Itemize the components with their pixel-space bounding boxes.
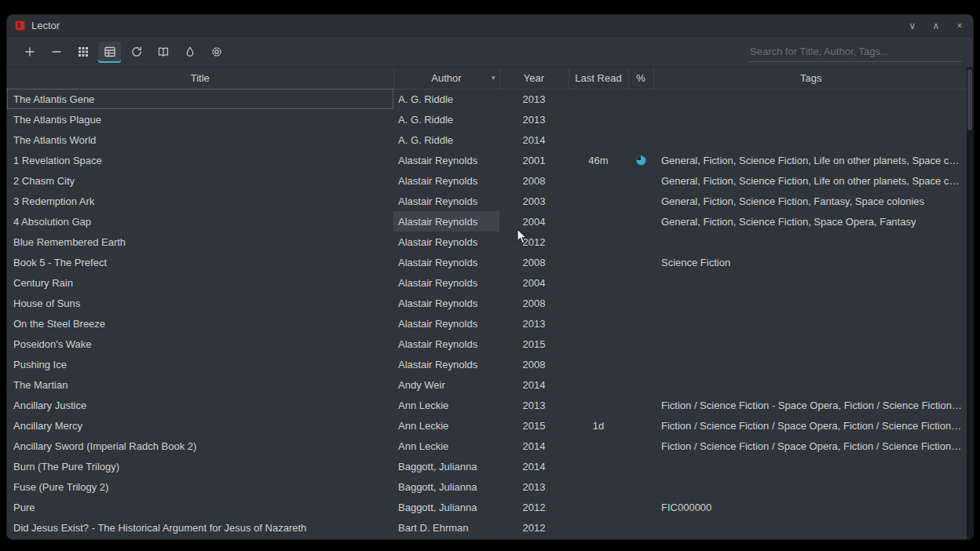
cell-author[interactable]: Alastair Reynolds — [393, 150, 499, 170]
column-header--[interactable]: % — [628, 68, 653, 89]
minimize-button[interactable]: ∨ — [907, 20, 918, 31]
cell-percent[interactable] — [628, 497, 653, 517]
book-row[interactable]: Ancillary JusticeAnn Leckie2013Fiction /… — [7, 395, 968, 415]
book-row[interactable]: The MartianAndy Weir2014 — [7, 374, 968, 395]
cell-author[interactable]: Alastair Reynolds — [393, 211, 499, 232]
cell-percent[interactable] — [628, 170, 653, 191]
cell-title[interactable]: House of Suns — [7, 293, 393, 313]
cell-tags[interactable] — [653, 456, 968, 476]
cell-last-read[interactable] — [569, 436, 628, 456]
cell-percent[interactable] — [628, 130, 653, 150]
cell-percent[interactable] — [628, 313, 653, 334]
cell-tags[interactable]: General, Fiction, Science Fiction, Space… — [653, 211, 968, 232]
cell-last-read[interactable] — [569, 211, 628, 232]
cell-tags[interactable] — [653, 334, 968, 354]
cell-title[interactable]: 1 Revelation Space — [7, 150, 393, 170]
titlebar[interactable]: Lector ∨∧× — [7, 15, 973, 37]
cell-year[interactable]: 2015 — [499, 334, 569, 354]
cell-last-read[interactable]: 1d — [569, 415, 628, 436]
table-view-button[interactable] — [98, 42, 121, 63]
cell-year[interactable]: 2013 — [499, 476, 569, 497]
delete-book-button[interactable] — [45, 42, 68, 63]
cell-tags[interactable] — [653, 374, 968, 395]
search-input[interactable] — [748, 42, 962, 62]
cell-year[interactable]: 2013 — [499, 313, 569, 334]
cell-author[interactable]: Alastair Reynolds — [393, 272, 499, 293]
cell-percent[interactable] — [628, 334, 653, 354]
cell-author[interactable]: Alastair Reynolds — [393, 313, 499, 334]
book-row[interactable]: Ancillary Sword (Imperial Radch Book 2)A… — [7, 436, 968, 456]
book-row[interactable]: The Atlantis WorldA. G. Riddle2014 — [7, 130, 968, 150]
cell-percent[interactable] — [628, 436, 653, 456]
column-header-last-read[interactable]: Last Read — [569, 68, 628, 89]
cell-year[interactable]: 2012 — [499, 497, 569, 517]
cell-author[interactable]: Alastair Reynolds — [393, 354, 499, 374]
add-book-button[interactable] — [18, 42, 41, 63]
cell-tags[interactable]: General, Fiction, Science Fiction, Life … — [653, 170, 968, 191]
cell-year[interactable]: 2004 — [499, 211, 569, 232]
book-row[interactable]: 3 Redemption ArkAlastair Reynolds2003Gen… — [7, 191, 968, 211]
cell-year[interactable]: 2014 — [499, 456, 569, 476]
column-header-tags[interactable]: Tags — [653, 68, 968, 89]
cell-author[interactable]: Alastair Reynolds — [393, 170, 499, 191]
cell-percent[interactable] — [628, 456, 653, 476]
cell-tags[interactable] — [653, 130, 968, 150]
cell-last-read[interactable] — [569, 293, 628, 313]
cell-last-read[interactable] — [569, 395, 628, 415]
cell-tags[interactable] — [653, 232, 968, 252]
cell-tags[interactable] — [653, 354, 968, 374]
cell-tags[interactable] — [653, 517, 968, 538]
cell-year[interactable]: 2008 — [499, 170, 569, 191]
cell-title[interactable]: The Martian — [7, 374, 393, 395]
cell-year[interactable]: 2003 — [499, 191, 569, 211]
cell-author[interactable]: Baggott, Julianna — [393, 497, 499, 517]
cell-title[interactable]: Fuse (Pure Trilogy 2) — [7, 476, 393, 497]
maximize-button[interactable]: ∧ — [931, 20, 942, 31]
cell-year[interactable]: 2015 — [499, 415, 569, 436]
cell-tags[interactable] — [653, 293, 968, 313]
cell-title[interactable]: Pure — [7, 497, 393, 517]
cell-tags[interactable] — [653, 272, 968, 293]
reload-library-button[interactable] — [125, 42, 148, 63]
cell-percent[interactable] — [628, 395, 653, 415]
color-theme-button[interactable] — [178, 42, 201, 63]
cell-author[interactable]: Baggott, Julianna — [393, 476, 499, 497]
cell-percent[interactable] — [628, 252, 653, 272]
cell-last-read[interactable] — [569, 517, 628, 538]
cell-title[interactable]: Blue Remembered Earth — [7, 232, 393, 252]
cell-author[interactable]: A. G. Riddle — [393, 109, 499, 130]
cell-tags[interactable]: General, Fiction, Science Fiction, Fanta… — [653, 191, 968, 211]
cell-year[interactable]: 2013 — [499, 395, 569, 415]
cell-last-read[interactable] — [569, 252, 628, 272]
vertical-scrollbar[interactable] — [967, 68, 973, 539]
cell-last-read[interactable] — [569, 334, 628, 354]
cell-percent[interactable] — [628, 191, 653, 211]
cell-author[interactable]: Baggott, Julianna — [393, 456, 499, 476]
cell-year[interactable]: 2008 — [499, 354, 569, 374]
cell-last-read[interactable] — [569, 232, 628, 252]
cell-title[interactable]: Century Rain — [7, 272, 393, 293]
cell-author[interactable]: A. G. Riddle — [393, 130, 499, 150]
cell-year[interactable]: 2012 — [499, 517, 569, 538]
book-row[interactable]: 1 Revelation SpaceAlastair Reynolds20014… — [7, 150, 968, 170]
cell-tags[interactable]: Fiction / Science Fiction / Space Opera,… — [653, 415, 968, 436]
cell-last-read[interactable] — [569, 456, 628, 476]
cell-tags[interactable]: FIC000000 — [653, 497, 968, 517]
open-book-button[interactable] — [152, 42, 174, 63]
book-row[interactable]: The Atlantis PlagueA. G. Riddle2013 — [7, 109, 968, 130]
book-row[interactable]: On the Steel BreezeAlastair Reynolds2013 — [7, 313, 968, 334]
cell-year[interactable]: 2004 — [499, 272, 569, 293]
cell-title[interactable]: On the Steel Breeze — [7, 313, 393, 334]
book-row[interactable]: Burn (The Pure Trilogy)Baggott, Julianna… — [7, 456, 968, 476]
column-header-title[interactable]: Title — [7, 68, 393, 89]
book-row[interactable]: Century RainAlastair Reynolds2004 — [7, 272, 968, 293]
book-row[interactable]: Book 5 - The PrefectAlastair Reynolds200… — [7, 252, 968, 272]
cell-author[interactable]: Ann Leckie — [393, 436, 499, 456]
cell-title[interactable]: 4 Absolution Gap — [7, 211, 393, 232]
book-row[interactable]: Blue Remembered EarthAlastair Reynolds20… — [7, 232, 968, 252]
cell-percent[interactable] — [628, 211, 653, 232]
cell-tags[interactable] — [653, 89, 968, 109]
cell-title[interactable]: The Atlantis Gene — [7, 89, 393, 109]
cell-author[interactable]: A. G. Riddle — [393, 89, 499, 109]
cell-author[interactable]: Alastair Reynolds — [393, 334, 499, 354]
